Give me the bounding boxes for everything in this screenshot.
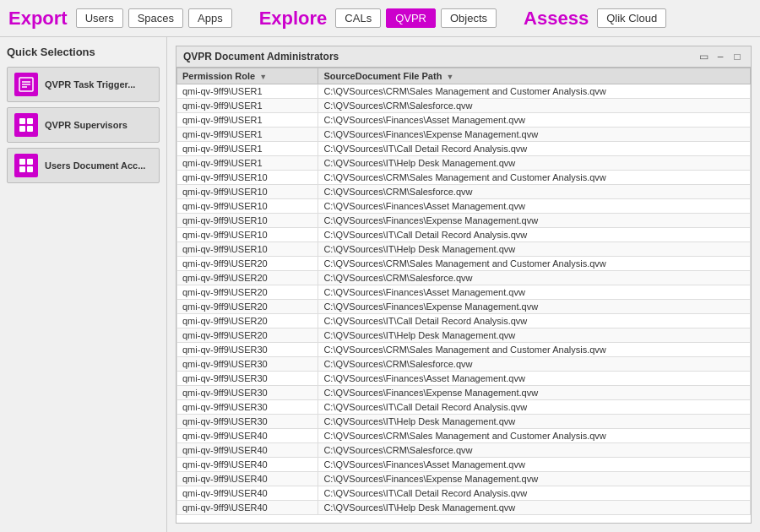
cell-source-path: C:\QVSources\CRM\Salesforce.qvw [318, 99, 751, 113]
cell-source-path: C:\QVSources\CRM\Sales Management and Cu… [318, 84, 751, 99]
qvpr-header-icons: ▭ – □ [697, 50, 744, 63]
col-header-permission-role[interactable]: Permission Role ▼ [177, 68, 318, 84]
nav-objects-button[interactable]: Objects [441, 8, 497, 28]
cell-permission-role: qmi-qv-9ff9\USER10 [177, 242, 318, 257]
cell-permission-role: qmi-qv-9ff9\USER20 [177, 328, 318, 343]
table-row[interactable]: qmi-qv-9ff9\USER30C:\QVSources\CRM\Sales… [177, 357, 751, 372]
table-row[interactable]: qmi-qv-9ff9\USER40C:\QVSources\Finances\… [177, 458, 751, 472]
nav-spaces-button[interactable]: Spaces [128, 8, 183, 28]
table-row[interactable]: qmi-qv-9ff9\USER10C:\QVSources\IT\Help D… [177, 242, 751, 257]
table-row[interactable]: qmi-qv-9ff9\USER40C:\QVSources\IT\Call D… [177, 486, 751, 501]
cell-source-path: C:\QVSources\IT\Call Detail Record Analy… [318, 486, 751, 501]
table-row[interactable]: qmi-qv-9ff9\USER1C:\QVSources\Finances\E… [177, 128, 751, 142]
cell-source-path: C:\QVSources\IT\Help Desk Management.qvw [318, 156, 751, 171]
table-row[interactable]: qmi-qv-9ff9\USER1C:\QVSources\IT\Call De… [177, 142, 751, 156]
qvpr-supervisors-icon [14, 113, 38, 137]
cell-permission-role: qmi-qv-9ff9\USER30 [177, 343, 318, 357]
table-row[interactable]: qmi-qv-9ff9\USER30C:\QVSources\Finances\… [177, 372, 751, 386]
table-row[interactable]: qmi-qv-9ff9\USER1C:\QVSources\Finances\A… [177, 113, 751, 128]
svg-rect-5 [27, 118, 33, 124]
cell-permission-role: qmi-qv-9ff9\USER30 [177, 357, 318, 372]
cell-permission-role: qmi-qv-9ff9\USER10 [177, 171, 318, 185]
cell-source-path: C:\QVSources\IT\Call Detail Record Analy… [318, 314, 751, 328]
cell-source-path: C:\QVSources\CRM\Salesforce.qvw [318, 271, 751, 285]
sort-icon-permission: ▼ [259, 73, 267, 81]
table-scroll-area[interactable]: Permission Role ▼ SourceDocument File Pa… [176, 68, 751, 523]
table-row[interactable]: qmi-qv-9ff9\USER1C:\QVSources\CRM\Sales … [177, 84, 751, 99]
table-row[interactable]: qmi-qv-9ff9\USER40C:\QVSources\IT\Help D… [177, 501, 751, 515]
table-row[interactable]: qmi-qv-9ff9\USER30C:\QVSources\CRM\Sales… [177, 343, 751, 357]
table-row[interactable]: qmi-qv-9ff9\USER40C:\QVSources\CRM\Sales… [177, 429, 751, 443]
table-row[interactable]: qmi-qv-9ff9\USER10C:\QVSources\Finances\… [177, 199, 751, 214]
sidebar-item-qvpr-supervisors[interactable]: QVPR Supervisors [7, 107, 160, 143]
data-table: Permission Role ▼ SourceDocument File Pa… [176, 68, 751, 515]
cell-permission-role: qmi-qv-9ff9\USER40 [177, 501, 318, 515]
svg-rect-10 [19, 166, 25, 172]
col-header-source-path[interactable]: SourceDocument File Path ▼ [318, 68, 751, 84]
cell-source-path: C:\QVSources\Finances\Asset Management.q… [318, 199, 751, 214]
table-row[interactable]: qmi-qv-9ff9\USER1C:\QVSources\CRM\Salesf… [177, 99, 751, 113]
nav-cals-button[interactable]: CALs [335, 8, 381, 28]
resize-icon[interactable]: ▭ [697, 50, 710, 63]
sort-icon-source: ▼ [446, 73, 453, 81]
table-row[interactable]: qmi-qv-9ff9\USER30C:\QVSources\IT\Help D… [177, 415, 751, 429]
cell-source-path: C:\QVSources\CRM\Salesforce.qvw [318, 185, 751, 199]
cell-source-path: C:\QVSources\CRM\Sales Management and Cu… [318, 171, 751, 185]
cell-source-path: C:\QVSources\CRM\Salesforce.qvw [318, 443, 751, 458]
table-row[interactable]: qmi-qv-9ff9\USER10C:\QVSources\Finances\… [177, 214, 751, 228]
svg-rect-4 [19, 118, 25, 124]
table-row[interactable]: qmi-qv-9ff9\USER10C:\QVSources\CRM\Sales… [177, 171, 751, 185]
cell-source-path: C:\QVSources\IT\Help Desk Management.qvw [318, 415, 751, 429]
cell-permission-role: qmi-qv-9ff9\USER30 [177, 400, 318, 415]
cell-source-path: C:\QVSources\Finances\Asset Management.q… [318, 113, 751, 128]
cell-permission-role: qmi-qv-9ff9\USER1 [177, 142, 318, 156]
maximize-icon[interactable]: □ [730, 50, 744, 63]
table-row[interactable]: qmi-qv-9ff9\USER10C:\QVSources\IT\Call D… [177, 228, 751, 242]
svg-rect-7 [27, 126, 33, 132]
table-row[interactable]: qmi-qv-9ff9\USER30C:\QVSources\Finances\… [177, 386, 751, 400]
explore-title: Explore [259, 8, 328, 30]
table-row[interactable]: qmi-qv-9ff9\USER20C:\QVSources\IT\Call D… [177, 314, 751, 328]
cell-permission-role: qmi-qv-9ff9\USER30 [177, 386, 318, 400]
cell-permission-role: qmi-qv-9ff9\USER1 [177, 99, 318, 113]
table-row[interactable]: qmi-qv-9ff9\USER20C:\QVSources\CRM\Sales… [177, 271, 751, 285]
cell-source-path: C:\QVSources\CRM\Sales Management and Cu… [318, 343, 751, 357]
cell-permission-role: qmi-qv-9ff9\USER10 [177, 214, 318, 228]
table-row[interactable]: qmi-qv-9ff9\USER40C:\QVSources\CRM\Sales… [177, 443, 751, 458]
nav-apps-button[interactable]: Apps [188, 8, 232, 28]
table-row[interactable]: qmi-qv-9ff9\USER20C:\QVSources\Finances\… [177, 300, 751, 314]
qvpr-panel: QVPR Document Administrators ▭ – □ Permi… [176, 46, 752, 524]
table-row[interactable]: qmi-qv-9ff9\USER10C:\QVSources\CRM\Sales… [177, 185, 751, 199]
qvpr-task-trigger-icon [14, 73, 38, 96]
nav-users-button[interactable]: Users [76, 8, 123, 28]
table-row[interactable]: qmi-qv-9ff9\USER40C:\QVSources\Finances\… [177, 472, 751, 486]
svg-rect-11 [27, 166, 33, 172]
cell-permission-role: qmi-qv-9ff9\USER40 [177, 443, 318, 458]
users-document-acc-icon [14, 154, 38, 177]
cell-permission-role: qmi-qv-9ff9\USER10 [177, 185, 318, 199]
cell-source-path: C:\QVSources\IT\Call Detail Record Analy… [318, 400, 751, 415]
qvpr-panel-title: QVPR Document Administrators [183, 51, 692, 62]
minimize-icon[interactable]: – [714, 50, 727, 63]
assess-title: Assess [524, 8, 589, 30]
cell-source-path: C:\QVSources\CRM\Sales Management and Cu… [318, 429, 751, 443]
sidebar-item-users-document-acc[interactable]: Users Document Acc... [7, 148, 160, 183]
export-title: Export [8, 8, 68, 30]
table-row[interactable]: qmi-qv-9ff9\USER20C:\QVSources\IT\Help D… [177, 328, 751, 343]
table-row[interactable]: qmi-qv-9ff9\USER30C:\QVSources\IT\Call D… [177, 400, 751, 415]
cell-permission-role: qmi-qv-9ff9\USER30 [177, 415, 318, 429]
table-row[interactable]: qmi-qv-9ff9\USER1C:\QVSources\IT\Help De… [177, 156, 751, 171]
table-row[interactable]: qmi-qv-9ff9\USER20C:\QVSources\CRM\Sales… [177, 257, 751, 271]
cell-source-path: C:\QVSources\IT\Call Detail Record Analy… [318, 228, 751, 242]
cell-permission-role: qmi-qv-9ff9\USER40 [177, 486, 318, 501]
nav-qvpr-button[interactable]: QVPR [386, 8, 436, 28]
cell-permission-role: qmi-qv-9ff9\USER1 [177, 113, 318, 128]
content-area: QVPR Document Administrators ▭ – □ Permi… [167, 37, 760, 532]
table-row[interactable]: qmi-qv-9ff9\USER20C:\QVSources\Finances\… [177, 285, 751, 300]
cell-source-path: C:\QVSources\CRM\Sales Management and Cu… [318, 257, 751, 271]
sidebar-item-qvpr-task-trigger[interactable]: QVPR Task Trigger... [7, 67, 160, 102]
cell-permission-role: qmi-qv-9ff9\USER40 [177, 429, 318, 443]
cell-permission-role: qmi-qv-9ff9\USER1 [177, 156, 318, 171]
nav-qlikcloud-button[interactable]: Qlik Cloud [597, 8, 666, 28]
cell-source-path: C:\QVSources\Finances\Expense Management… [318, 386, 751, 400]
